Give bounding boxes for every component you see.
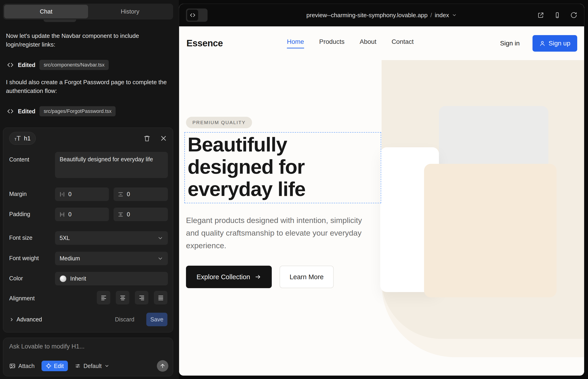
font-weight-value: Medium bbox=[60, 255, 80, 262]
margin-x-input[interactable] bbox=[55, 188, 109, 201]
nav-right: Sign in Sign up bbox=[500, 35, 577, 52]
code-icon bbox=[7, 108, 14, 115]
align-left-icon bbox=[100, 295, 107, 301]
color-select[interactable]: Inherit bbox=[55, 272, 168, 285]
padding-x-icon bbox=[59, 211, 65, 218]
color-swatch bbox=[60, 275, 66, 282]
learn-more-button[interactable]: Learn More bbox=[279, 266, 334, 288]
align-justify-button[interactable] bbox=[154, 291, 167, 304]
app-root: Chat History Now let's update the Navbar… bbox=[0, 0, 588, 379]
external-link-icon[interactable] bbox=[537, 12, 544, 19]
alignment-label: Alignment bbox=[9, 295, 35, 302]
decor-card-cream bbox=[424, 164, 557, 297]
save-button[interactable]: Save bbox=[146, 313, 167, 326]
edited-file-row: Edited src/pages/ForgotPassword.tsx bbox=[7, 106, 116, 117]
url-separator: / bbox=[431, 12, 432, 19]
left-panel: Chat History Now let's update the Navbar… bbox=[0, 0, 179, 379]
chevron-down-icon bbox=[157, 235, 163, 241]
font-size-select[interactable]: 5XL bbox=[55, 231, 168, 245]
code-icon bbox=[187, 10, 198, 21]
attach-button[interactable]: Attach bbox=[9, 363, 35, 369]
preview-url: preview--charming-site-symphony.lovable.… bbox=[306, 12, 428, 19]
font-size-label: Font size bbox=[9, 235, 32, 241]
chat-history-tabs: Chat History bbox=[3, 4, 173, 19]
sliders-icon bbox=[75, 363, 81, 369]
url-bar[interactable]: preview--charming-site-symphony.lovable.… bbox=[306, 12, 457, 19]
code-view-toggle[interactable] bbox=[186, 8, 208, 22]
edited-label: Edited bbox=[18, 108, 35, 115]
arrow-up-icon bbox=[160, 363, 166, 369]
align-justify-icon bbox=[157, 295, 164, 301]
file-chip[interactable]: src/components/Navbar.tsx bbox=[39, 60, 108, 70]
url-path: index bbox=[435, 12, 449, 19]
nav-link-products[interactable]: Products bbox=[319, 38, 345, 48]
device-toggle-icon[interactable] bbox=[554, 12, 561, 19]
model-default-button[interactable]: Default bbox=[75, 363, 109, 369]
font-weight-label: Font weight bbox=[9, 255, 39, 262]
explore-collection-label: Explore Collection bbox=[197, 273, 250, 281]
editor-header: тT h1 bbox=[9, 132, 167, 145]
file-chip[interactable]: src/pages/ForgotPassword.tsx bbox=[39, 106, 116, 116]
site-preview: Essence Home Products About Contact Sign… bbox=[179, 26, 584, 376]
content-label: Content bbox=[9, 156, 29, 163]
margin-label: Margin bbox=[9, 191, 27, 197]
margin-y-input[interactable] bbox=[113, 188, 168, 201]
nav-link-contact[interactable]: Contact bbox=[391, 38, 414, 48]
premium-quality-badge: PREMIUM QUALITY bbox=[186, 117, 252, 128]
align-center-button[interactable] bbox=[116, 291, 129, 304]
sign-in-link[interactable]: Sign in bbox=[500, 40, 520, 47]
site-logo[interactable]: Essence bbox=[186, 38, 223, 48]
hero-cta-row: Explore Collection Learn More bbox=[186, 266, 334, 288]
close-icon[interactable] bbox=[160, 135, 167, 142]
code-icon bbox=[7, 62, 14, 68]
user-icon bbox=[539, 40, 545, 46]
sign-up-button[interactable]: Sign up bbox=[532, 35, 577, 52]
prompt-box: Attach Edit Default bbox=[3, 338, 173, 376]
topbar-actions bbox=[537, 12, 577, 19]
h1-selection-outline[interactable]: Beautifully designed for everyday life bbox=[184, 132, 381, 203]
nav-link-home[interactable]: Home bbox=[287, 38, 304, 48]
trash-icon[interactable] bbox=[144, 135, 150, 142]
tab-chat[interactable]: Chat bbox=[4, 5, 88, 18]
hero-headline: Beautifully designed for everyday life bbox=[187, 134, 378, 200]
edit-mode-button[interactable]: Edit bbox=[42, 361, 68, 371]
hero-paragraph: Elegant products designed with intention… bbox=[186, 214, 370, 252]
edited-label: Edited bbox=[18, 62, 35, 68]
padding-y-icon bbox=[118, 211, 124, 218]
editor-header-actions bbox=[144, 135, 167, 142]
alignment-buttons bbox=[97, 291, 167, 304]
edit-label: Edit bbox=[54, 363, 64, 369]
element-editor-card: тT h1 Content Beautifully designed for e… bbox=[3, 127, 173, 332]
edited-file-row: Edited src/components/Navbar.tsx bbox=[7, 60, 109, 70]
prompt-toolbar: Attach Edit Default bbox=[9, 360, 168, 372]
explore-collection-button[interactable]: Explore Collection bbox=[186, 266, 272, 288]
padding-label: Padding bbox=[9, 211, 30, 218]
align-left-button[interactable] bbox=[97, 291, 110, 304]
advanced-toggle[interactable]: Advanced bbox=[9, 316, 42, 323]
element-tag-pill[interactable]: тT h1 bbox=[9, 132, 36, 145]
tab-history[interactable]: History bbox=[88, 5, 172, 18]
image-icon bbox=[9, 363, 15, 369]
padding-x-input[interactable] bbox=[55, 208, 109, 221]
chevron-down-icon bbox=[452, 13, 457, 18]
margin-y-icon bbox=[118, 191, 124, 197]
prompt-input[interactable] bbox=[9, 343, 166, 357]
margin-x-icon bbox=[59, 191, 65, 197]
discard-button[interactable]: Discard bbox=[115, 316, 134, 323]
nav-link-about[interactable]: About bbox=[360, 38, 376, 48]
send-button[interactable] bbox=[157, 360, 168, 372]
padding-y-input[interactable] bbox=[113, 208, 168, 221]
default-label: Default bbox=[83, 363, 102, 369]
element-tag-label: h1 bbox=[24, 135, 31, 142]
align-right-button[interactable] bbox=[135, 291, 148, 304]
refresh-icon[interactable] bbox=[570, 12, 577, 19]
advanced-label: Advanced bbox=[16, 316, 42, 323]
color-label: Color bbox=[9, 275, 23, 282]
align-center-icon bbox=[120, 295, 126, 301]
chat-message: I should also create a Forgot Password p… bbox=[6, 78, 168, 95]
text-size-icon: тT bbox=[15, 134, 21, 142]
content-input[interactable]: Beautifully designed for everyday life bbox=[55, 152, 168, 178]
chevron-down-icon bbox=[157, 255, 163, 262]
font-weight-select[interactable]: Medium bbox=[55, 252, 168, 265]
preview-window: preview--charming-site-symphony.lovable.… bbox=[179, 4, 584, 376]
